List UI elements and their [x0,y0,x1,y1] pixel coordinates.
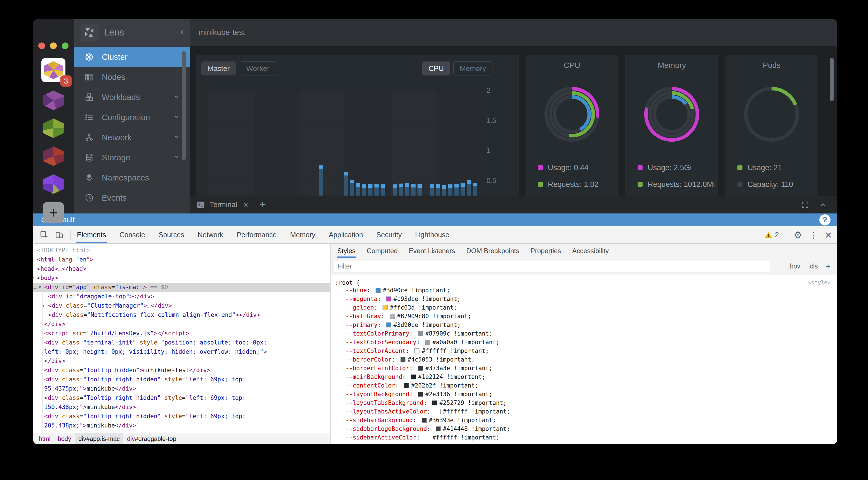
devtools-tab-memory[interactable]: Memory [289,226,316,243]
terminal-tab[interactable]: Terminal × [196,200,248,210]
node-tab-master[interactable]: Master [202,62,236,75]
dom-tree-node[interactable]: <div class="Tooltip right hidden" style=… [33,412,330,421]
styles-tab-event-listeners[interactable]: Event Listeners [408,244,456,258]
css-variable-row[interactable]: --textColorPrimary: #87909c !important; [335,330,831,338]
chevron-down-icon[interactable] [173,93,180,102]
css-variable-row[interactable]: --textColorAccent: #ffffff !important; [335,347,831,355]
styles-tab-styles[interactable]: Styles [337,244,356,258]
settings-gear-icon[interactable]: ⚙ [794,230,802,240]
breadcrumb-item[interactable]: div#draggable-top [123,433,180,444]
cluster-icon-minikube-test[interactable]: 3 [41,58,65,82]
namespace-statusbar[interactable]: default ? [33,213,837,226]
metric-tab-memory[interactable]: Memory [453,62,492,75]
breadcrumb-item[interactable]: div#app.is-mac [75,433,123,444]
zoom-window-button[interactable] [62,42,68,49]
color-swatch[interactable] [376,288,380,293]
metric-tab-cpu[interactable]: CPU [422,62,450,75]
cluster-icon[interactable] [42,174,65,194]
css-variable-row[interactable]: --magenta: #c93dce !important; [335,295,831,303]
color-swatch[interactable] [436,426,441,432]
color-swatch[interactable] [386,322,391,328]
color-swatch[interactable] [436,409,441,414]
overview-scrollbar[interactable] [830,58,834,101]
breadcrumb-item[interactable]: html [35,433,54,444]
cluster-icon[interactable] [42,118,65,138]
dom-tree-node[interactable]: <div id="draggable-top"></div> [33,292,330,301]
css-variable-row[interactable]: --sidebarLogoBackground: #414448 !import… [335,425,831,433]
dom-tree-node[interactable]: ▶<head>…</head> [33,264,330,274]
color-swatch[interactable] [411,374,416,379]
sidebar-item-configuration[interactable]: Configuration [74,107,190,127]
dom-tree-node[interactable]: <script src="/build/LensDev.js"></script… [33,329,330,338]
color-swatch[interactable] [418,366,423,371]
styles-filter-input[interactable] [334,261,770,272]
color-swatch[interactable] [404,383,409,388]
devtools-tab-network[interactable]: Network [196,226,224,243]
css-variable-row[interactable]: --primary: #3d90ce !important; [335,321,831,330]
color-swatch[interactable] [425,340,430,345]
dom-tree-node[interactable]: left: 0px; height: 0px; visibility: hidd… [33,347,330,356]
sidebar-scrollbar[interactable] [182,51,186,160]
css-variable-row[interactable]: --halfGray: #87909c80 !important; [335,312,831,321]
inspect-element-icon[interactable] [39,229,50,241]
css-variable-row[interactable]: --textColorSecondary: #a0a0a0 !important… [335,338,831,347]
color-swatch[interactable] [422,418,427,423]
css-rules[interactable]: :root { <style> --blue: #3d90ce !importa… [331,275,837,444]
dom-tree-node[interactable]: <div class="terminal-init" style="positi… [33,338,330,347]
styles-tab-dom-breakpoints[interactable]: DOM Breakpoints [466,244,520,258]
css-source-link[interactable]: <style> [808,279,831,286]
chevron-down-icon[interactable] [173,113,180,122]
dom-tree-node[interactable]: <div class="Notifications flex column al… [33,310,330,320]
more-options-icon[interactable]: ⋮ [810,231,818,239]
css-variable-row[interactable]: --contentColor: #262b2f !important; [335,381,831,390]
styles-tab-properties[interactable]: Properties [530,244,561,258]
toggle-classes-button[interactable]: .cls [808,263,818,270]
node-tab-worker[interactable]: Worker [240,62,276,75]
sidebar-item-events[interactable]: Events [74,188,190,208]
css-variable-row[interactable]: --sidebarActiveColor: #ffffff !important… [335,433,831,442]
css-variable-row[interactable]: --blue: #3d90ce !important; [335,286,831,295]
css-variable-row[interactable]: --borderColor: #4c5053 !important; [335,355,831,364]
minimize-window-button[interactable] [50,42,57,49]
sidebar-item-cluster[interactable]: Cluster [74,47,190,67]
chevron-down-icon[interactable] [173,153,180,162]
color-swatch[interactable] [382,305,388,310]
css-variable-row[interactable]: --borderFaintColor: #373a3e !important; [335,364,831,373]
expand-node-icon[interactable]: ▶ [42,301,45,310]
close-devtools-icon[interactable]: × [825,229,832,241]
dom-tree[interactable]: <!DOCTYPE html><html lang="en">▶<head>…<… [33,244,330,433]
dom-tree-node[interactable]: ▶<div class="ClusterManager">…</div> [33,301,330,310]
warning-badge[interactable]: 2 [764,231,779,239]
dom-tree-node[interactable]: </div> [33,356,330,366]
dom-tree-node[interactable]: <html lang="en"> [33,255,330,264]
sidebar-item-network[interactable]: Network [74,127,190,147]
dom-tree-node[interactable]: <div class="Tooltip right hidden" style=… [33,393,330,403]
color-swatch[interactable] [386,297,391,302]
help-button[interactable]: ? [819,214,831,226]
dom-tree-node[interactable]: …▼<div id="app" class="is-mac"> == $0 [33,283,330,292]
dom-tree-node[interactable]: <div class="Tooltip hidden">minikube-tes… [33,366,330,375]
toggle-hover-state-button[interactable]: :hov [788,263,800,270]
sidebar-item-storage[interactable]: Storage [74,147,190,168]
css-variable-row[interactable]: --golden: #ffc63d !important; [335,303,831,312]
devtools-tab-sources[interactable]: Sources [157,226,185,243]
dom-tree-node[interactable]: 150.438px;">minikube</div> [33,403,330,412]
close-window-button[interactable] [38,42,45,49]
dom-tree-node[interactable]: ▼<body> [33,274,330,283]
sidebar-item-nodes[interactable]: Nodes [74,67,190,87]
devtools-tab-lighthouse[interactable]: Lighthouse [414,226,450,243]
chevron-down-icon[interactable] [173,133,180,142]
device-toolbar-icon[interactable] [54,229,65,241]
devtools-tab-console[interactable]: Console [118,226,146,243]
color-swatch[interactable] [418,331,423,336]
devtools-tab-security[interactable]: Security [375,226,403,243]
devtools-tab-performance[interactable]: Performance [236,226,278,243]
color-swatch[interactable] [418,392,423,397]
devtools-tab-application[interactable]: Application [328,226,364,243]
dom-tree-node[interactable]: 95.4375px;">minikube</div> [33,384,330,393]
color-swatch[interactable] [432,400,437,405]
css-variable-row[interactable]: --layoutTabsActiveColor: #ffffff !import… [335,407,831,416]
dom-tree-node[interactable]: 205.438px;">minikube</div> [33,421,330,430]
breadcrumb-item[interactable]: body [54,433,75,444]
color-swatch[interactable] [400,357,405,362]
